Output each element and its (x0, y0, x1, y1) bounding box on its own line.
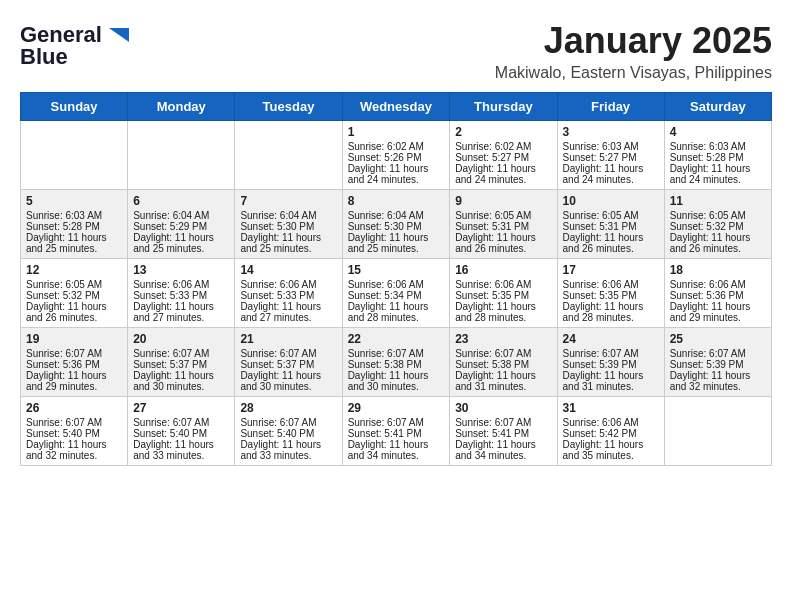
day-number: 31 (563, 401, 659, 415)
sunrise-text: Sunrise: 6:03 AM (563, 141, 659, 152)
calendar-cell: 6Sunrise: 6:04 AMSunset: 5:29 PMDaylight… (128, 190, 235, 259)
calendar-cell: 9Sunrise: 6:05 AMSunset: 5:31 PMDaylight… (450, 190, 557, 259)
day-number: 15 (348, 263, 445, 277)
sunrise-text: Sunrise: 6:04 AM (348, 210, 445, 221)
sunset-text: Sunset: 5:42 PM (563, 428, 659, 439)
calendar-cell: 26Sunrise: 6:07 AMSunset: 5:40 PMDayligh… (21, 397, 128, 466)
sunset-text: Sunset: 5:40 PM (133, 428, 229, 439)
weekday-header: Saturday (664, 93, 771, 121)
calendar-cell (128, 121, 235, 190)
svg-marker-0 (109, 28, 129, 42)
calendar-cell: 21Sunrise: 6:07 AMSunset: 5:37 PMDayligh… (235, 328, 342, 397)
day-number: 19 (26, 332, 122, 346)
daylight-text: Daylight: 11 hours and 25 minutes. (240, 232, 336, 254)
day-number: 5 (26, 194, 122, 208)
sunset-text: Sunset: 5:39 PM (563, 359, 659, 370)
calendar-cell: 24Sunrise: 6:07 AMSunset: 5:39 PMDayligh… (557, 328, 664, 397)
calendar-cell: 11Sunrise: 6:05 AMSunset: 5:32 PMDayligh… (664, 190, 771, 259)
sunrise-text: Sunrise: 6:05 AM (455, 210, 551, 221)
page-header: General Blue January 2025 Makiwalo, East… (20, 20, 772, 82)
sunrise-text: Sunrise: 6:04 AM (240, 210, 336, 221)
calendar-cell (21, 121, 128, 190)
calendar-cell: 18Sunrise: 6:06 AMSunset: 5:36 PMDayligh… (664, 259, 771, 328)
sunset-text: Sunset: 5:32 PM (26, 290, 122, 301)
weekday-header-row: SundayMondayTuesdayWednesdayThursdayFrid… (21, 93, 772, 121)
sunset-text: Sunset: 5:37 PM (240, 359, 336, 370)
calendar-cell: 14Sunrise: 6:06 AMSunset: 5:33 PMDayligh… (235, 259, 342, 328)
daylight-text: Daylight: 11 hours and 27 minutes. (133, 301, 229, 323)
daylight-text: Daylight: 11 hours and 35 minutes. (563, 439, 659, 461)
sunset-text: Sunset: 5:39 PM (670, 359, 766, 370)
sunrise-text: Sunrise: 6:02 AM (455, 141, 551, 152)
daylight-text: Daylight: 11 hours and 33 minutes. (133, 439, 229, 461)
day-number: 30 (455, 401, 551, 415)
sunset-text: Sunset: 5:28 PM (670, 152, 766, 163)
day-number: 16 (455, 263, 551, 277)
sunrise-text: Sunrise: 6:02 AM (348, 141, 445, 152)
sunset-text: Sunset: 5:36 PM (670, 290, 766, 301)
calendar-week-row: 19Sunrise: 6:07 AMSunset: 5:36 PMDayligh… (21, 328, 772, 397)
sunrise-text: Sunrise: 6:03 AM (670, 141, 766, 152)
day-number: 26 (26, 401, 122, 415)
sunset-text: Sunset: 5:35 PM (455, 290, 551, 301)
sunset-text: Sunset: 5:33 PM (133, 290, 229, 301)
sunrise-text: Sunrise: 6:03 AM (26, 210, 122, 221)
sunset-text: Sunset: 5:30 PM (240, 221, 336, 232)
sunset-text: Sunset: 5:41 PM (348, 428, 445, 439)
sunset-text: Sunset: 5:33 PM (240, 290, 336, 301)
daylight-text: Daylight: 11 hours and 33 minutes. (240, 439, 336, 461)
sunrise-text: Sunrise: 6:04 AM (133, 210, 229, 221)
calendar-cell: 20Sunrise: 6:07 AMSunset: 5:37 PMDayligh… (128, 328, 235, 397)
calendar-cell (664, 397, 771, 466)
calendar-cell (235, 121, 342, 190)
calendar-cell: 16Sunrise: 6:06 AMSunset: 5:35 PMDayligh… (450, 259, 557, 328)
sunrise-text: Sunrise: 6:07 AM (26, 348, 122, 359)
sunrise-text: Sunrise: 6:06 AM (348, 279, 445, 290)
sunset-text: Sunset: 5:26 PM (348, 152, 445, 163)
calendar-cell: 10Sunrise: 6:05 AMSunset: 5:31 PMDayligh… (557, 190, 664, 259)
sunrise-text: Sunrise: 6:07 AM (563, 348, 659, 359)
sunrise-text: Sunrise: 6:07 AM (133, 348, 229, 359)
sunrise-text: Sunrise: 6:07 AM (348, 348, 445, 359)
calendar-cell: 27Sunrise: 6:07 AMSunset: 5:40 PMDayligh… (128, 397, 235, 466)
location-title: Makiwalo, Eastern Visayas, Philippines (495, 64, 772, 82)
calendar-table: SundayMondayTuesdayWednesdayThursdayFrid… (20, 92, 772, 466)
day-number: 23 (455, 332, 551, 346)
sunrise-text: Sunrise: 6:07 AM (670, 348, 766, 359)
daylight-text: Daylight: 11 hours and 30 minutes. (240, 370, 336, 392)
logo-blue: Blue (20, 44, 68, 69)
day-number: 14 (240, 263, 336, 277)
calendar-cell: 5Sunrise: 6:03 AMSunset: 5:28 PMDaylight… (21, 190, 128, 259)
day-number: 7 (240, 194, 336, 208)
logo-general: General (20, 24, 102, 46)
daylight-text: Daylight: 11 hours and 31 minutes. (563, 370, 659, 392)
weekday-header: Tuesday (235, 93, 342, 121)
daylight-text: Daylight: 11 hours and 26 minutes. (455, 232, 551, 254)
title-block: January 2025 Makiwalo, Eastern Visayas, … (495, 20, 772, 82)
calendar-cell: 4Sunrise: 6:03 AMSunset: 5:28 PMDaylight… (664, 121, 771, 190)
sunrise-text: Sunrise: 6:06 AM (670, 279, 766, 290)
daylight-text: Daylight: 11 hours and 25 minutes. (133, 232, 229, 254)
daylight-text: Daylight: 11 hours and 26 minutes. (563, 232, 659, 254)
daylight-text: Daylight: 11 hours and 24 minutes. (348, 163, 445, 185)
daylight-text: Daylight: 11 hours and 30 minutes. (133, 370, 229, 392)
weekday-header: Wednesday (342, 93, 450, 121)
calendar-cell: 8Sunrise: 6:04 AMSunset: 5:30 PMDaylight… (342, 190, 450, 259)
daylight-text: Daylight: 11 hours and 27 minutes. (240, 301, 336, 323)
day-number: 12 (26, 263, 122, 277)
day-number: 17 (563, 263, 659, 277)
calendar-cell: 13Sunrise: 6:06 AMSunset: 5:33 PMDayligh… (128, 259, 235, 328)
calendar-cell: 17Sunrise: 6:06 AMSunset: 5:35 PMDayligh… (557, 259, 664, 328)
daylight-text: Daylight: 11 hours and 26 minutes. (670, 232, 766, 254)
day-number: 10 (563, 194, 659, 208)
calendar-cell: 30Sunrise: 6:07 AMSunset: 5:41 PMDayligh… (450, 397, 557, 466)
sunrise-text: Sunrise: 6:07 AM (348, 417, 445, 428)
calendar-week-row: 26Sunrise: 6:07 AMSunset: 5:40 PMDayligh… (21, 397, 772, 466)
calendar-cell: 2Sunrise: 6:02 AMSunset: 5:27 PMDaylight… (450, 121, 557, 190)
day-number: 21 (240, 332, 336, 346)
daylight-text: Daylight: 11 hours and 32 minutes. (670, 370, 766, 392)
sunset-text: Sunset: 5:41 PM (455, 428, 551, 439)
sunset-text: Sunset: 5:37 PM (133, 359, 229, 370)
sunset-text: Sunset: 5:38 PM (455, 359, 551, 370)
weekday-header: Sunday (21, 93, 128, 121)
